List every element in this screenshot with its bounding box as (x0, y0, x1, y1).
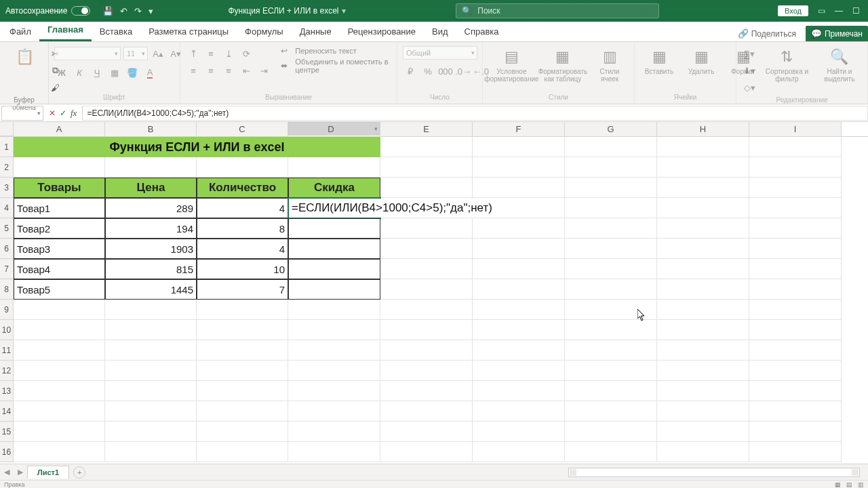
grow-font-icon[interactable]: A▴ (151, 46, 165, 61)
column-header-A[interactable]: A (14, 122, 105, 136)
row-header-16[interactable]: 16 (0, 442, 14, 462)
ribbon-options-icon[interactable]: ▭ (818, 6, 825, 16)
tab-home[interactable]: Главная (39, 20, 92, 41)
data-cell[interactable]: 10 (197, 259, 288, 279)
cell[interactable] (380, 361, 473, 381)
cell[interactable] (14, 442, 105, 462)
enter-icon[interactable]: ✓ (60, 108, 66, 118)
search-input[interactable]: 🔍 Поиск (456, 3, 659, 18)
cell[interactable] (105, 401, 197, 422)
cell[interactable] (473, 137, 565, 157)
cell[interactable] (14, 361, 105, 381)
cell[interactable] (105, 300, 197, 320)
data-cell[interactable]: 4 (197, 198, 288, 218)
row-header-15[interactable]: 15 (0, 422, 14, 442)
align-left-icon[interactable]: ≡ (186, 63, 201, 78)
cell[interactable] (380, 178, 473, 198)
cell[interactable] (288, 381, 380, 401)
cell[interactable] (749, 422, 842, 442)
cell[interactable] (657, 361, 749, 381)
view-normal-icon[interactable]: ▦ (835, 481, 841, 488)
autosave-toggle[interactable] (71, 6, 90, 16)
find-select-button[interactable]: 🔍Найти и выделить (817, 46, 862, 84)
undo-icon[interactable]: ↶ (120, 6, 127, 16)
header-cell[interactable]: Количество (197, 178, 288, 198)
doc-dropdown-icon[interactable]: ▾ (342, 6, 346, 16)
insert-cells-button[interactable]: ▦Вставить (640, 46, 678, 77)
cell[interactable] (288, 340, 380, 361)
cell[interactable] (565, 320, 657, 340)
select-all-corner[interactable] (0, 122, 14, 136)
tab-data[interactable]: Данные (292, 22, 340, 41)
tab-help[interactable]: Справка (456, 22, 507, 41)
cell[interactable] (565, 157, 657, 178)
column-header-C[interactable]: C (197, 122, 288, 136)
cell[interactable] (380, 442, 473, 462)
align-center-icon[interactable]: ≡ (203, 63, 218, 78)
tab-formulas[interactable]: Формулы (237, 22, 292, 41)
font-name-select[interactable] (54, 47, 121, 60)
cell[interactable] (657, 320, 749, 340)
cell[interactable] (565, 422, 657, 442)
data-cell[interactable]: 1445 (105, 279, 197, 300)
cell[interactable] (657, 279, 749, 300)
data-cell[interactable]: Товар2 (14, 218, 105, 239)
cell[interactable] (565, 178, 657, 198)
login-button[interactable]: Вход (778, 5, 808, 16)
tab-file[interactable]: Файл (1, 22, 39, 41)
column-header-E[interactable]: E (380, 122, 473, 136)
cell[interactable] (380, 259, 473, 279)
align-middle-icon[interactable]: ≡ (203, 46, 218, 61)
cell[interactable] (105, 422, 197, 442)
row-header-8[interactable]: 8 (0, 279, 14, 300)
font-color-icon[interactable]: A (142, 65, 157, 80)
number-format-select[interactable]: Общий (403, 46, 477, 60)
cell[interactable] (473, 361, 565, 381)
cell[interactable] (197, 157, 288, 178)
clear-icon[interactable]: ◇▾ (742, 80, 757, 95)
cell[interactable] (749, 381, 842, 401)
cell[interactable] (565, 300, 657, 320)
add-sheet-button[interactable]: + (73, 466, 85, 479)
cell[interactable] (380, 239, 473, 259)
cell[interactable] (105, 340, 197, 361)
title-cell[interactable]: Функция ЕСЛИ + ИЛИ в excel (14, 137, 380, 157)
cell[interactable] (749, 279, 842, 300)
cell[interactable] (565, 259, 657, 279)
cell[interactable] (565, 198, 657, 218)
tab-pagelayout[interactable]: Разметка страницы (140, 22, 237, 41)
row-header-12[interactable]: 12 (0, 361, 14, 381)
delete-cells-button[interactable]: ▦Удалить (682, 46, 720, 77)
data-cell[interactable] (288, 218, 380, 239)
cell[interactable] (197, 442, 288, 462)
cell[interactable] (473, 239, 565, 259)
column-header-B[interactable]: B (105, 122, 197, 136)
font-size-select[interactable]: 11 (123, 47, 148, 60)
cell[interactable] (657, 401, 749, 422)
cell[interactable] (473, 442, 565, 462)
cell[interactable] (380, 401, 473, 422)
data-cell[interactable]: Товар4 (14, 259, 105, 279)
italic-icon[interactable]: К (72, 65, 87, 80)
row-header-13[interactable]: 13 (0, 381, 14, 401)
data-cell[interactable]: Товар1 (14, 198, 105, 218)
cell[interactable] (565, 442, 657, 462)
cell[interactable] (749, 320, 842, 340)
cell[interactable] (14, 401, 105, 422)
cell[interactable] (565, 340, 657, 361)
row-header-2[interactable]: 2 (0, 157, 14, 178)
name-box[interactable] (1, 106, 43, 121)
cell[interactable] (288, 157, 380, 178)
header-cell[interactable]: Цена (105, 178, 197, 198)
cell[interactable] (473, 381, 565, 401)
data-cell[interactable]: =ЕСЛИ(ИЛИ(B4>1000;C4>5);"да";нет) (288, 198, 380, 218)
cell[interactable] (380, 279, 473, 300)
cell[interactable] (14, 381, 105, 401)
cell[interactable] (14, 157, 105, 178)
data-cell[interactable] (288, 259, 380, 279)
cell[interactable] (657, 259, 749, 279)
cell[interactable] (380, 137, 473, 157)
cell[interactable] (197, 381, 288, 401)
cell[interactable] (565, 401, 657, 422)
row-header-3[interactable]: 3 (0, 178, 14, 198)
